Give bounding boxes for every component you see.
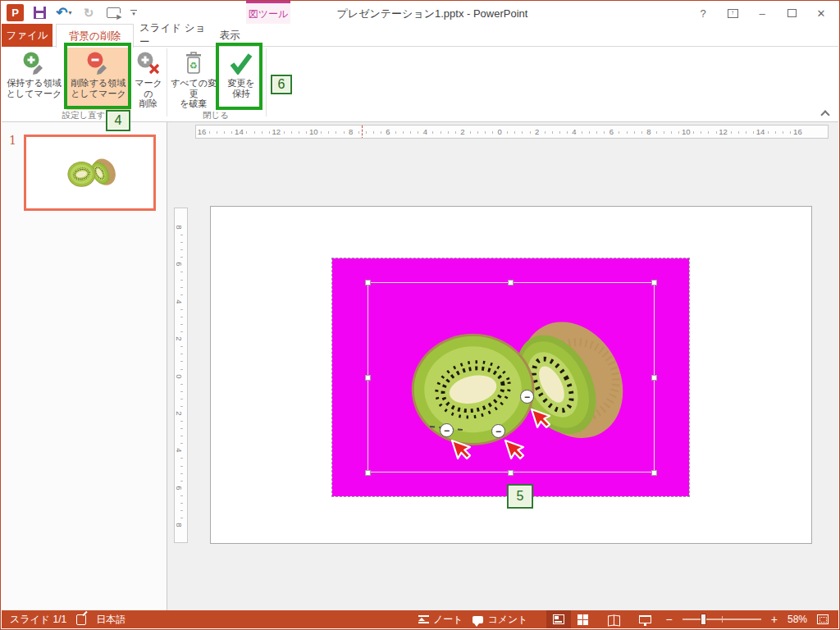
keep-changes-button[interactable]: 変更を 保持 (220, 48, 262, 110)
window-title: プレゼンテーション1.pptx - PowerPoint (297, 7, 568, 21)
slide-thumbnail[interactable] (24, 135, 156, 211)
resize-handle-sw[interactable] (365, 470, 371, 476)
zoom-percentage[interactable]: 58% (783, 610, 812, 628)
picture-background-removal-overlay[interactable]: − − − (332, 258, 689, 496)
resize-handle-n[interactable] (508, 280, 514, 285)
help-button[interactable]: ? (692, 6, 714, 21)
thumbnail-kiwi-image (66, 158, 118, 188)
tab-background-removal[interactable]: 背景の削除 (56, 24, 134, 48)
slide-sorter-button[interactable] (571, 610, 596, 628)
tab-slideshow[interactable]: スライド ショー (139, 24, 210, 47)
redo-button[interactable]: ↻ (80, 5, 98, 21)
proofing-icon (76, 614, 86, 625)
resize-handle-se[interactable] (651, 470, 657, 476)
annotation-label-6: 6 (271, 75, 292, 94)
ruler-position-indicator (362, 126, 363, 139)
horizontal-ruler: 1614121086420246810121416 (195, 125, 829, 139)
zoom-slider[interactable] (682, 619, 761, 620)
save-button[interactable] (30, 5, 48, 21)
quick-access-toolbar: P ↶▾ ↻ ▾ (7, 4, 137, 21)
collapse-ribbon-button[interactable] (820, 110, 830, 116)
resize-handle-e[interactable] (651, 375, 657, 381)
proofing-button[interactable] (71, 610, 91, 628)
notes-button[interactable]: ノート (413, 610, 468, 628)
pointer-arrow-2 (449, 437, 473, 468)
language-button[interactable]: 日本語 (91, 610, 130, 628)
remove-mark-marker-3[interactable]: − (491, 424, 505, 438)
annotation-label-5: 5 (507, 484, 533, 509)
comments-button[interactable]: コメント (468, 610, 532, 628)
annotation-label-4: 4 (106, 110, 130, 131)
delete-mark-icon (136, 51, 161, 75)
close-button[interactable]: ✕ (810, 6, 832, 21)
comments-icon (472, 616, 483, 623)
group-label-close: 閉じる (169, 110, 262, 121)
slide-counter: スライド 1/1 (5, 610, 71, 628)
slide-thumbnail-panel: 1 (2, 122, 167, 612)
title-bar: P ↶▾ ↻ ▾ プレゼンテーション1.pptx - PowerPoint ? … (2, 2, 838, 24)
fit-to-window-button[interactable] (812, 610, 833, 628)
resize-handle-nw[interactable] (365, 280, 371, 285)
powerpoint-window: P ↶▾ ↻ ▾ プレゼンテーション1.pptx - PowerPoint ? … (0, 0, 840, 630)
zoom-out-button[interactable]: − (658, 610, 678, 628)
editing-area: 1 1614121086420246810121416 864202468 (2, 122, 838, 612)
fit-to-window-icon (817, 614, 829, 624)
maximize-button[interactable] (781, 6, 802, 21)
maximize-icon (788, 9, 797, 17)
resize-handle-s[interactable] (508, 470, 514, 476)
start-slideshow-button[interactable] (104, 5, 122, 21)
mark-areas-to-keep-button[interactable]: 保持する領域 としてマーク (3, 48, 65, 110)
mark-areas-to-remove-button[interactable]: 削除する領域 としてマーク (66, 48, 130, 110)
pointer-arrow-1 (528, 406, 553, 437)
vertical-ruler: 864202468 (174, 208, 188, 543)
slideshow-view-button[interactable] (633, 610, 658, 628)
undo-button[interactable]: ↶▾ (55, 5, 73, 21)
discard-all-changes-button[interactable]: ♻ すべての変更 を破棄 (169, 48, 218, 110)
zoom-in-button[interactable]: + (766, 610, 783, 628)
reading-view-button[interactable] (602, 610, 627, 628)
tab-view[interactable]: 表示 (213, 24, 246, 47)
resize-handle-ne[interactable] (651, 280, 657, 285)
slide-number: 1 (9, 134, 16, 147)
slideshow-view-icon (639, 615, 651, 623)
delete-mark-button[interactable]: マークの 削除 (131, 48, 166, 110)
ribbon-display-icon: ↑ (728, 9, 738, 18)
tab-file[interactable]: ファイル (2, 24, 52, 47)
undo-icon: ↶ (56, 4, 67, 21)
mark-remove-icon (86, 51, 111, 75)
status-bar: スライド 1/1 日本語 ノート コメント − + 58% (2, 610, 838, 628)
ribbon-display-options-button[interactable]: ↑ (722, 6, 743, 21)
slide-sorter-icon (578, 614, 588, 625)
reading-view-icon (608, 615, 620, 624)
normal-view-button[interactable] (546, 610, 571, 628)
customize-qat-button[interactable]: ▾ (130, 10, 137, 16)
svg-text:♻: ♻ (189, 61, 198, 71)
save-icon (34, 7, 46, 19)
ribbon-tab-row: ファイル 背景の削除 スライド ショー 表示 (2, 24, 838, 47)
remove-mark-marker-1[interactable]: − (520, 390, 534, 404)
mark-keep-icon (22, 51, 47, 75)
powerpoint-logo-icon: P (7, 4, 24, 21)
minimize-button[interactable]: – (751, 6, 773, 21)
undo-dropdown-icon[interactable]: ▾ (69, 9, 72, 16)
checkmark-icon (227, 51, 255, 75)
picture-tools-label: 図ツール (246, 7, 290, 21)
resize-handle-w[interactable] (365, 375, 371, 381)
redo-icon: ↻ (84, 6, 94, 21)
trash-recycle-icon: ♻ (182, 51, 205, 75)
zoom-slider-handle[interactable] (701, 614, 706, 625)
normal-view-icon (553, 614, 564, 624)
slideshow-icon (107, 7, 121, 18)
zoom-center-tick (722, 616, 723, 623)
notes-icon (418, 615, 429, 623)
pointer-arrow-3 (502, 437, 527, 468)
remove-mark-marker-2[interactable]: − (440, 423, 454, 437)
